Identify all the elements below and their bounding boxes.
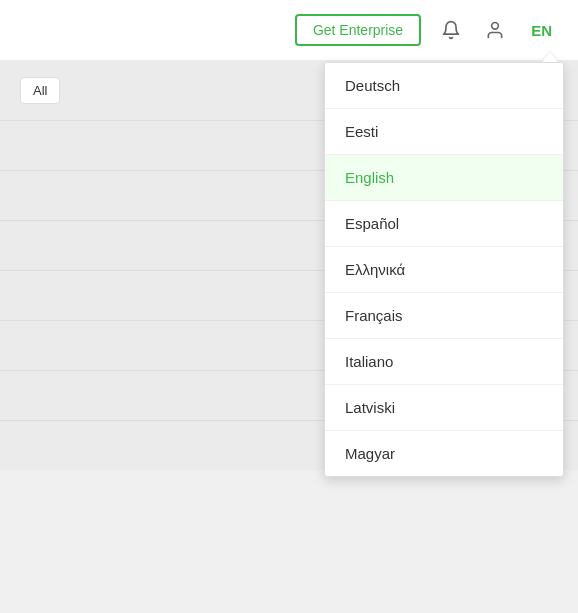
- language-button[interactable]: EN: [525, 18, 558, 43]
- bell-icon: [441, 20, 461, 40]
- header: Get Enterprise EN: [0, 0, 578, 60]
- language-option-italiano[interactable]: Italiano: [325, 339, 563, 385]
- dropdown-arrow: [542, 52, 558, 62]
- notification-button[interactable]: [437, 16, 465, 44]
- user-icon: [485, 20, 505, 40]
- get-enterprise-button[interactable]: Get Enterprise: [295, 14, 421, 46]
- svg-point-0: [492, 23, 499, 30]
- user-button[interactable]: [481, 16, 509, 44]
- language-option-francais[interactable]: Français: [325, 293, 563, 339]
- language-option-ellinika[interactable]: Ελληνικά: [325, 247, 563, 293]
- language-option-deutsch[interactable]: Deutsch: [325, 63, 563, 109]
- all-filter-button[interactable]: All: [20, 77, 60, 104]
- dropdown-menu: DeutschEestiEnglishEspañolΕλληνικάFrança…: [324, 62, 564, 477]
- language-option-english[interactable]: English: [325, 155, 563, 201]
- language-option-eesti[interactable]: Eesti: [325, 109, 563, 155]
- language-option-espanol[interactable]: Español: [325, 201, 563, 247]
- language-option-latviski[interactable]: Latviski: [325, 385, 563, 431]
- language-dropdown: DeutschEestiEnglishEspañolΕλληνικάFrança…: [324, 52, 564, 477]
- language-option-magyar[interactable]: Magyar: [325, 431, 563, 476]
